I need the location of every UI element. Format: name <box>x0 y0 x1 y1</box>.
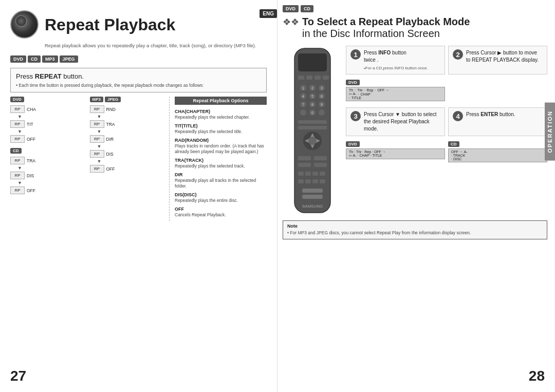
flow-item-dir: RP DIR <box>90 135 165 143</box>
option-tra-name: TRA(TRACK) <box>175 158 267 163</box>
svg-text:2: 2 <box>311 86 313 90</box>
flow-label-tit: TIT <box>27 122 33 127</box>
step-1-content: Press INFO button twice . •For a CD,pres… <box>364 49 440 71</box>
svg-rect-45 <box>305 179 311 183</box>
note-title: Note <box>287 223 543 229</box>
screens-row: DVD Th · Thr · Rep · OFF → ⇦ A- · CHAP ·… <box>346 141 547 162</box>
svg-text:8: 8 <box>311 103 313 106</box>
svg-rect-44 <box>298 179 304 183</box>
option-rad-name: RAD(RANDOM) <box>175 138 267 143</box>
right-badge-cd: CD <box>301 5 313 12</box>
left-page: Repeat Playback ENG Repeat playback allo… <box>0 0 278 392</box>
flow-item-mp3-tra: RP TRA <box>90 120 165 128</box>
repeat-suffix: button. <box>62 72 84 80</box>
step1-bold: INFO <box>378 50 391 55</box>
operation-tab: OPERATION <box>545 103 555 161</box>
svg-text:SAMSUNG: SAMSUNG <box>302 204 322 209</box>
step1-prefix: Press <box>364 50 378 55</box>
cd-flow: RP TRA RP DIS RP OFF <box>10 157 86 194</box>
flow-box-rp-dis: RP <box>10 172 25 179</box>
flow-box-rp-mp3-off: RP <box>90 165 104 173</box>
flow-label-cha: CHA <box>27 107 36 112</box>
dvd-screen-area: DVD Th · Thr · Rep · OFF → <box>346 80 547 101</box>
svg-rect-38 <box>298 163 311 167</box>
diagrams-row: DVD RP CHA RP TIT RP OFF <box>10 97 267 221</box>
option-tit-name: TIT(TITLE) <box>175 123 267 128</box>
page-title: Repeat Playback <box>45 16 175 33</box>
badge-jpeg: JPEG <box>60 55 78 63</box>
eng-badge: ENG <box>260 9 277 18</box>
option-rad-desc: Plays tracks in random order. (A track t… <box>175 143 267 155</box>
step-2-box: 2 Press Cursor ▶ button to move to REPEA… <box>448 46 547 74</box>
option-dir-desc: Repeatedly plays all tracks in the selec… <box>175 178 267 189</box>
remote-container: 1 2 3 4 5 6 7 8 9 <box>283 46 342 215</box>
flow-item-cd-off: RP OFF <box>10 186 86 194</box>
repeat-prefix: Press <box>16 72 35 80</box>
step-4-box: 4 Press ENTER button. <box>448 107 547 136</box>
flow-arrow-cd-1 <box>10 165 86 171</box>
option-off-desc: Cancels Repeat Playback. <box>175 212 267 218</box>
option-dis-name: DIS(DISC) <box>175 192 267 197</box>
flow-label-mp3-off: OFF <box>106 166 115 172</box>
step-3-content: Press Cursor ▼ button to select the desi… <box>364 111 440 133</box>
svg-text:1: 1 <box>302 86 304 90</box>
dvd-flow: RP CHA RP TIT RP OFF <box>10 105 86 143</box>
svg-rect-43 <box>320 172 325 176</box>
flow-box-rp-dir: RP <box>90 135 104 143</box>
svg-rect-3 <box>306 76 312 80</box>
page-number-left: 27 <box>10 368 26 384</box>
flow-label-mp3-dis: DIS <box>106 152 114 157</box>
repeat-bold: REPEAT <box>35 72 62 80</box>
step3-text: Press Cursor ▼ button to select the desi… <box>364 111 437 132</box>
flow-box-rp-off: RP <box>10 135 25 143</box>
flow-item-cha: RP CHA <box>10 105 86 113</box>
flow-label-rnd: RND <box>106 107 116 112</box>
repeat-section: Press REPEAT button. Each time the butto… <box>10 68 267 92</box>
right-page: DVD CD ❖❖ To Select a Repeat Playback Mo… <box>278 0 555 392</box>
svg-rect-1 <box>298 53 327 71</box>
dvd-display-section: DVD Th · Thr · Rep · OFF → <box>346 80 445 101</box>
svg-text:3: 3 <box>321 86 323 90</box>
svg-rect-49 <box>302 195 323 199</box>
cd-bottom-screen: CD OFF → A- · TRACK · DISC <box>448 141 547 162</box>
flow-item-mp3-off: RP OFF <box>90 165 165 173</box>
svg-text:0: 0 <box>311 111 313 115</box>
options-title: Repeat Playback Options <box>175 97 267 105</box>
right-badge-dvd: DVD <box>283 5 299 12</box>
option-dir: DIR Repeatedly plays all tracks in the s… <box>175 172 267 189</box>
steps-row-1: 1 Press INFO button twice . •For a CD,pr… <box>346 46 547 74</box>
cd-section: CD RP TRA RP DIS <box>10 148 86 194</box>
svg-rect-40 <box>298 172 304 176</box>
right-format-badges: DVD CD <box>283 5 547 12</box>
flow-label-mp3-tra: TRA <box>106 122 115 127</box>
flow-box-rp-mp3-dis: RP <box>90 150 104 158</box>
step1-suffix: button <box>391 50 406 55</box>
flow-item-tra: RP TRA <box>10 157 86 164</box>
dvd-bottom-screen: DVD Th · Thr · Rep · OFF → ⇦ A- · CHAP ·… <box>346 141 445 162</box>
svg-point-27 <box>319 109 325 116</box>
svg-rect-46 <box>312 179 318 183</box>
dvd-header: DVD <box>10 97 86 102</box>
dvd-screen: Th · Thr · Rep · OFF → ⇦ A- · <box>346 87 445 101</box>
svg-rect-48 <box>302 189 323 193</box>
cd-bottom-display: OFF → A- · TRACK · DISC <box>448 148 547 162</box>
flow-item-rnd: RP RND <box>90 105 165 113</box>
svg-rect-36 <box>298 156 311 160</box>
flow-item-mp3-dis: RP DIS <box>90 150 165 158</box>
flow-arrow-mp3-1 <box>90 114 165 119</box>
note-section: Note • For MP3 and JPEG discs, you canno… <box>283 220 547 239</box>
svg-rect-42 <box>312 172 318 176</box>
svg-point-35 <box>308 137 317 145</box>
option-tra-desc: Repeatedly plays the selected track. <box>175 163 267 169</box>
svg-rect-2 <box>298 76 304 80</box>
svg-text:4: 4 <box>302 95 304 98</box>
svg-rect-41 <box>305 172 311 176</box>
svg-rect-47 <box>320 179 325 183</box>
mp3-flow: RP RND RP TRA RP DIR RP <box>90 105 165 173</box>
dvd-screen-row1: Th · Thr · Rep · OFF → <box>349 88 442 92</box>
step4-prefix: Press <box>466 111 480 117</box>
empty-right <box>448 80 547 101</box>
flow-label-cd-off: OFF <box>27 188 35 193</box>
repeat-note: Each time the button is pressed during p… <box>16 83 261 88</box>
option-cha-name: CHA(CHAPTER) <box>175 109 267 114</box>
